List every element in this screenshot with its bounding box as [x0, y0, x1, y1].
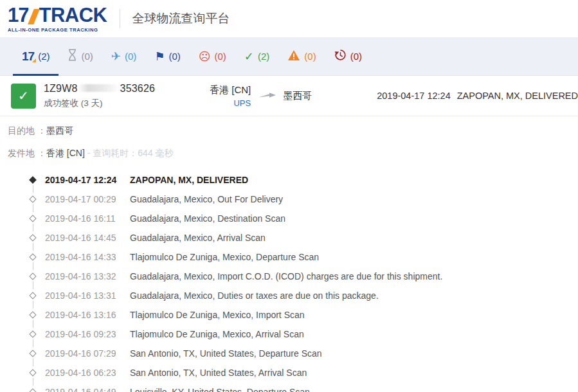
carrier-link[interactable]: UPS [180, 98, 251, 108]
status-summary: 成功签收 (3 天) [44, 98, 180, 109]
destination-location: 墨西哥 [283, 90, 360, 102]
hourglass-icon [68, 49, 77, 64]
event-desc: Guadalajara, Mexico, Arrival Scan [130, 233, 266, 243]
17track-logo[interactable]: 17 TRACK ALL-IN-ONE PACKAGE TRACKING [8, 5, 107, 33]
event-desc: Tlajomulco De Zuniga, Mexico, Arrival Sc… [130, 329, 304, 339]
tab-expired-count: (0) [350, 51, 362, 62]
event-desc: Tlajomulco De Zuniga, Mexico, Departure … [130, 252, 319, 262]
timeline-diamond-icon [21, 228, 45, 247]
plane-icon: ✈ [111, 51, 121, 62]
timeline-event: 2019-04-16 13:32 Guadalajara, Mexico, Im… [8, 267, 578, 286]
17-logo-icon: 17 [22, 50, 34, 62]
event-desc: Guadalajara, Mexico, Duties or taxes are… [130, 290, 379, 301]
timeline-diamond-icon [21, 267, 45, 286]
delivered-status-icon: ✓ [11, 84, 36, 109]
flag-icon: ⚑ [154, 51, 165, 62]
tab-all-count: (2) [38, 51, 50, 62]
details-panel: 目的地 ：墨西哥 发件地 ：香港 [CN]- 查询耗时：644 毫秒 2019-… [0, 116, 578, 392]
tab-pick-up-count: (0) [168, 51, 180, 62]
event-time: 2019-04-16 14:33 [45, 252, 130, 262]
destination-row: 目的地 ：墨西哥 [8, 125, 578, 137]
event-time: 2019-04-16 16:11 [45, 213, 130, 224]
tab-undelivered-count: (0) [215, 51, 226, 62]
timeline-diamond-icon [21, 247, 45, 267]
tab-all[interactable]: 17 (2) [13, 37, 59, 76]
redaction-blur [78, 84, 120, 92]
route-arrow-icon [258, 90, 276, 102]
event-time: 2019-04-16 09:23 [45, 329, 130, 339]
event-time: 2019-04-16 14:45 [45, 233, 130, 243]
timeline-diamond-icon [21, 382, 45, 392]
event-time: 2019-04-16 06:23 [45, 368, 130, 378]
timeline-diamond-icon [21, 344, 45, 363]
route: 香港 [CN] UPS 墨西哥 [180, 84, 360, 108]
event-desc: Guadalajara, Mexico, Import C.O.D. (ICOD… [130, 271, 442, 281]
event-desc: Guadalajara, Mexico, Destination Scan [130, 213, 285, 224]
timeline-event: 2019-04-16 07:29 San Antonio, TX, United… [8, 344, 578, 363]
timeline-event: 2019-04-16 16:11 Guadalajara, Mexico, De… [8, 209, 578, 228]
latest-event-time: 2019-04-17 12:24 [377, 91, 451, 101]
page-title: 全球物流查询平台 [132, 10, 230, 27]
package-summary-row[interactable]: ✓ 1Z9W8353626 成功签收 (3 天) 香港 [CN] UPS 墨西哥… [0, 76, 578, 116]
tracking-timeline: 2019-04-17 12:24 ZAPOPAN, MX, DELIVERED … [8, 170, 578, 392]
tab-delivered-count: (2) [258, 51, 269, 62]
tab-alert-count: (0) [304, 51, 316, 62]
timeline-diamond-icon [21, 190, 45, 209]
origin-value: 香港 [CN] [46, 148, 85, 158]
event-desc: San Antonio, TX, United States, Arrival … [130, 368, 307, 378]
origin-location: 香港 [CN] [180, 84, 251, 96]
tab-not-found[interactable]: (0) [59, 37, 102, 76]
event-desc: Louisville, KY, United States, Departure… [130, 387, 310, 392]
event-time: 2019-04-17 12:24 [45, 175, 130, 185]
timeline-diamond-icon [21, 363, 45, 382]
history-icon [334, 49, 347, 64]
timeline-event: 2019-04-16 13:31 Guadalajara, Mexico, Du… [8, 286, 578, 305]
timeline-event: 2019-04-17 00:29 Guadalajara, Mexico, Ou… [8, 190, 578, 209]
logo-tagline: ALL-IN-ONE PACKAGE TRACKING [8, 27, 107, 33]
event-desc: ZAPOPAN, MX, DELIVERED [130, 175, 248, 185]
logo-17-text: 17 [8, 5, 28, 25]
event-time: 2019-04-16 13:31 [45, 290, 130, 301]
timeline-diamond-icon [21, 325, 45, 344]
warning-icon [287, 49, 300, 64]
status-tabbar: 17 (2) (0) ✈ (0) ⚑ (0) ☹ (0) ✓ (2) ( [0, 37, 578, 76]
header: 17 TRACK ALL-IN-ONE PACKAGE TRACKING 全球物… [0, 0, 578, 37]
latest-event-status: ZAPOPAN, MX, DELIVERED [457, 91, 578, 101]
timeline-event: 2019-04-16 06:23 San Antonio, TX, United… [8, 363, 578, 382]
tab-delivered[interactable]: ✓ (2) [235, 37, 278, 76]
event-time: 2019-04-17 00:29 [45, 194, 130, 204]
query-time: - 查询耗时：644 毫秒 [87, 148, 174, 158]
origin-label: 发件地 ： [8, 148, 46, 158]
timeline-diamond-icon [21, 305, 45, 325]
timeline-diamond-icon [21, 170, 45, 190]
tracking-number: 1Z9W8353626 [44, 83, 180, 94]
timeline-event: 2019-04-16 14:33 Tlajomulco De Zuniga, M… [8, 247, 578, 267]
event-time: 2019-04-16 13:16 [45, 310, 130, 320]
header-divider [120, 9, 120, 28]
event-desc: Guadalajara, Mexico, Out For Delivery [130, 194, 283, 204]
event-time: 2019-04-16 04:49 [45, 387, 130, 392]
event-desc: Tlajomulco De Zuniga, Mexico, Import Sca… [130, 310, 305, 320]
tab-in-transit-count: (0) [125, 51, 136, 62]
timeline-diamond-icon [21, 209, 45, 228]
tab-alert[interactable]: (0) [278, 37, 325, 76]
tab-expired[interactable]: (0) [325, 37, 371, 76]
sad-face-icon: ☹ [199, 51, 211, 62]
check-icon: ✓ [244, 51, 254, 62]
tab-in-transit[interactable]: ✈ (0) [102, 37, 145, 76]
event-time: 2019-04-16 07:29 [45, 348, 130, 359]
event-time: 2019-04-16 13:32 [45, 271, 130, 281]
tab-undelivered[interactable]: ☹ (0) [190, 37, 235, 76]
tab-not-found-count: (0) [81, 51, 93, 62]
event-desc: San Antonio, TX, United States, Departur… [130, 348, 322, 359]
timeline-event: 2019-04-16 13:16 Tlajomulco De Zuniga, M… [8, 305, 578, 325]
origin-row: 发件地 ：香港 [CN]- 查询耗时：644 毫秒 [8, 148, 578, 159]
destination-value: 墨西哥 [46, 125, 73, 136]
tab-pick-up[interactable]: ⚑ (0) [145, 37, 189, 76]
logo-track-text: TRACK [39, 5, 107, 25]
latest-event: 2019-04-17 12:24ZAPOPAN, MX, DELIVERED [377, 91, 578, 101]
timeline-event: 2019-04-16 14:45 Guadalajara, Mexico, Ar… [8, 228, 578, 247]
timeline-diamond-icon [21, 286, 45, 305]
timeline-event: 2019-04-16 09:23 Tlajomulco De Zuniga, M… [8, 325, 578, 344]
timeline-event: 2019-04-16 04:49 Louisville, KY, United … [8, 382, 578, 392]
